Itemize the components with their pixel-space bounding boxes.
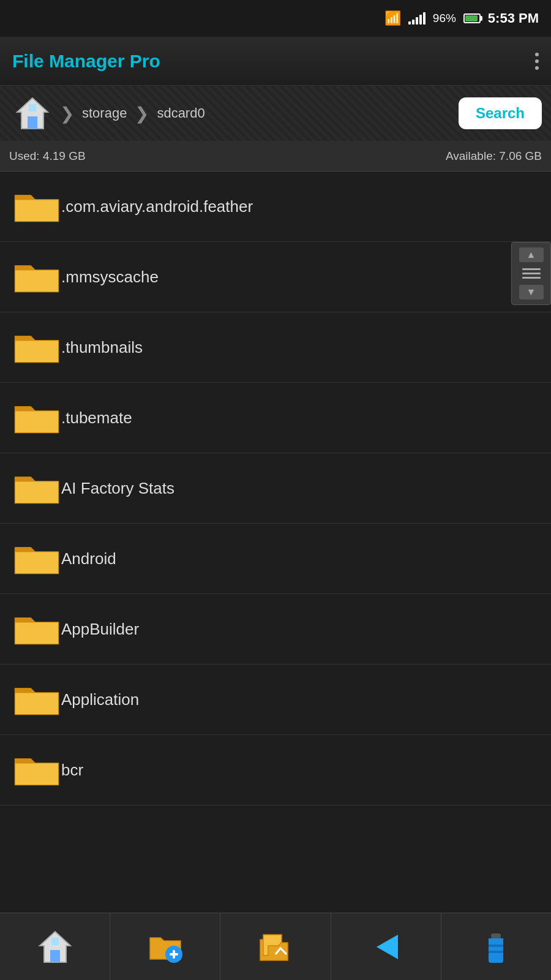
folder-item[interactable]: .tubemate: [0, 383, 551, 453]
nav-more[interactable]: [441, 913, 551, 980]
svg-marker-9: [377, 935, 398, 959]
folder-item[interactable]: .thumbnails: [0, 312, 551, 383]
folder-icon: [12, 539, 61, 579]
signal-bars: [408, 12, 425, 24]
folder-item[interactable]: Android: [0, 524, 551, 594]
folder-item[interactable]: AI Factory Stats: [0, 453, 551, 524]
folder-list: ▲ ▼ .com.aviary.android.feather .mmsysca…: [0, 172, 551, 919]
breadcrumb-storage[interactable]: storage: [79, 105, 130, 121]
storage-used: Used: 4.19 GB: [9, 149, 86, 163]
scroll-lines: [522, 268, 541, 279]
svg-rect-2: [29, 104, 36, 111]
storage-available: Available: 7.06 GB: [446, 149, 542, 163]
folder-name: .mmsyscache: [61, 268, 159, 287]
home-button[interactable]: [9, 92, 55, 135]
svg-rect-10: [491, 933, 501, 938]
folder-name: .tubemate: [61, 409, 132, 428]
folder-icon: [12, 469, 61, 508]
folder-name: .thumbnails: [61, 338, 143, 357]
storage-info-bar: Used: 4.19 GB Available: 7.06 GB: [0, 141, 551, 172]
breadcrumb-arrow-2: ❯: [135, 104, 149, 124]
svg-rect-12: [489, 951, 503, 953]
battery-percent: 96%: [433, 12, 456, 25]
scroll-up-button[interactable]: ▲: [519, 247, 544, 262]
folder-item[interactable]: .mmsyscache: [0, 242, 551, 312]
folder-item[interactable]: Application: [0, 665, 551, 735]
folder-item[interactable]: AppBuilder: [0, 594, 551, 665]
breadcrumb-arrow-1: ❯: [60, 104, 74, 124]
folder-icon: [12, 398, 61, 438]
folder-name: bcr: [61, 761, 83, 780]
breadcrumb-sdcard[interactable]: sdcard0: [154, 105, 208, 121]
folder-item[interactable]: bcr: [0, 735, 551, 805]
menu-button[interactable]: [535, 53, 539, 70]
folder-item[interactable]: .com.aviary.android.feather: [0, 172, 551, 242]
svg-rect-4: [50, 950, 60, 962]
folder-name: Android: [61, 549, 116, 568]
folder-icon: [12, 257, 61, 297]
status-bar: 📶 96% 5:53 PM: [0, 0, 551, 37]
folder-icon: [12, 187, 61, 227]
wifi-icon: 📶: [384, 10, 401, 26]
status-time: 5:53 PM: [488, 10, 539, 26]
folder-name: .com.aviary.android.feather: [61, 197, 253, 216]
svg-rect-11: [489, 944, 503, 947]
app-title: File Manager Pro: [12, 51, 160, 72]
folder-icon: [12, 750, 61, 790]
svg-rect-5: [51, 938, 59, 945]
nav-back[interactable]: [331, 913, 441, 980]
scroll-down-button[interactable]: ▼: [519, 285, 544, 300]
nav-copy[interactable]: [220, 913, 331, 980]
nav-add-folder[interactable]: [110, 913, 220, 980]
folder-icon: [12, 680, 61, 720]
folder-icon: [12, 328, 61, 368]
search-button[interactable]: Search: [459, 97, 542, 129]
breadcrumb-bar: ❯ storage ❯ sdcard0 Search: [0, 86, 551, 141]
folder-name: AI Factory Stats: [61, 479, 174, 498]
scroll-indicator: ▲ ▼: [511, 242, 551, 305]
svg-rect-8: [173, 950, 175, 959]
folder-icon: [12, 609, 61, 649]
battery-icon: [463, 13, 481, 23]
bottom-nav: [0, 913, 551, 980]
folder-name: Application: [61, 690, 139, 709]
svg-rect-1: [28, 116, 37, 129]
nav-home[interactable]: [0, 913, 110, 980]
title-bar: File Manager Pro: [0, 37, 551, 86]
folder-name: AppBuilder: [61, 620, 139, 639]
